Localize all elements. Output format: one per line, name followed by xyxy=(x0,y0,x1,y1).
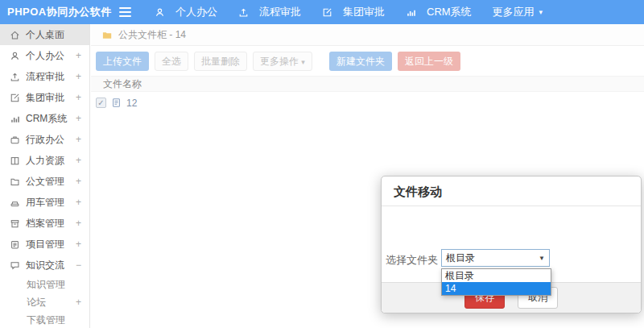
expand-plus-icon[interactable]: + xyxy=(76,134,81,145)
archive-icon xyxy=(10,218,21,229)
sidebar-subitem-label: 知识管理 xyxy=(27,278,65,292)
sidebar-item-desktop[interactable]: 个人桌面 xyxy=(0,24,89,45)
expand-plus-icon[interactable]: + xyxy=(76,218,81,229)
car-icon xyxy=(10,197,21,208)
more-actions-button[interactable]: 更多操作 ▾ xyxy=(253,52,312,71)
sidebar-item-label: 知识交流 xyxy=(26,259,64,272)
file-name[interactable]: 12 xyxy=(126,98,137,109)
option-root-directory[interactable]: 根目录 xyxy=(442,269,551,282)
select-folder-label: 选择文件夹 xyxy=(382,253,438,268)
nav-label: 集团审批 xyxy=(343,5,385,19)
go-up-level-button[interactable]: 返回上一级 xyxy=(398,52,460,71)
sidebar-subitem-knowledge-mgmt[interactable]: 知识管理 xyxy=(0,276,89,293)
edit-icon xyxy=(322,6,333,18)
sidebar-item-hr[interactable]: 人力资源 + xyxy=(0,150,89,171)
edit-icon xyxy=(10,92,21,103)
sidebar-item-documents[interactable]: 公文管理 + xyxy=(0,171,89,192)
expand-plus-icon[interactable]: + xyxy=(76,197,81,208)
folder-icon xyxy=(101,30,113,40)
sidebar-item-label: 项目管理 xyxy=(26,238,64,251)
expand-plus-icon[interactable]: + xyxy=(76,239,81,250)
sidebar-subitem-label: 下载管理 xyxy=(27,313,65,327)
upload-icon xyxy=(10,71,21,82)
expand-plus-icon[interactable]: + xyxy=(76,50,81,61)
file-icon xyxy=(111,98,122,108)
breadcrumb: 公共文件柜 - 14 xyxy=(91,24,644,46)
topbar: PHPOA协同办公软件 个人办公 流程审批 集团审批 CRM系统 xyxy=(0,0,644,24)
upload-icon xyxy=(238,6,250,18)
sidebar-item-archives[interactable]: 档案管理 + xyxy=(0,213,89,234)
sidebar-item-label: CRM系统 xyxy=(26,112,67,126)
nav-personal-office[interactable]: 个人办公 xyxy=(144,0,228,24)
app-logo: PHPOA协同办公软件 xyxy=(0,5,113,19)
sidebar-item-label: 公文管理 xyxy=(26,175,64,189)
expand-plus-icon[interactable]: + xyxy=(76,297,81,308)
top-nav: 个人办公 流程审批 集团审批 CRM系统 更多应用 ▾ xyxy=(144,0,553,24)
new-folder-button[interactable]: 新建文件夹 xyxy=(329,52,392,71)
sidebar-item-workflow-approval[interactable]: 流程审批 + xyxy=(0,66,89,87)
breadcrumb-text: 公共文件柜 - 14 xyxy=(118,28,186,42)
upload-file-button[interactable]: 上传文件 xyxy=(96,52,149,71)
collapse-minus-icon[interactable]: − xyxy=(76,259,81,271)
sidebar-item-label: 个人桌面 xyxy=(26,28,64,42)
select-all-button[interactable]: 全选 xyxy=(155,52,188,71)
sidebar-item-crm[interactable]: CRM系统 + xyxy=(0,108,89,129)
bar-chart-icon xyxy=(406,6,417,18)
option-14[interactable]: 14 xyxy=(442,282,551,295)
sidebar-subitem-downloads[interactable]: 下载管理 xyxy=(0,311,89,328)
sidebar-item-vehicle[interactable]: 用车管理 + xyxy=(0,192,89,213)
bar-chart-icon xyxy=(10,113,21,124)
sidebar-item-knowledge[interactable]: 知识交流 − xyxy=(0,255,89,276)
sidebar-item-personal-office[interactable]: 个人办公 + xyxy=(0,45,89,66)
folder-select-dropdown: 根目录 14 xyxy=(441,268,551,296)
nav-label: 更多应用 xyxy=(493,5,535,19)
dialog-body: 选择文件夹 根目录 ▼ 根目录 14 xyxy=(382,206,641,283)
chat-icon xyxy=(10,259,21,271)
expand-plus-icon[interactable]: + xyxy=(76,71,81,82)
selected-value: 根目录 xyxy=(446,251,475,265)
sidebar-item-label: 流程审批 xyxy=(26,70,64,84)
expand-plus-icon[interactable]: + xyxy=(76,113,81,124)
user-icon xyxy=(10,50,21,61)
batch-delete-button[interactable]: 批量删除 xyxy=(194,52,247,71)
nav-workflow-approval[interactable]: 流程审批 xyxy=(228,0,312,24)
sidebar-item-admin-office[interactable]: 行政办公 + xyxy=(0,129,89,150)
table-row[interactable]: ✓ 12 xyxy=(91,92,644,114)
dialog-title: 文件移动 xyxy=(382,176,641,206)
nav-more-apps[interactable]: 更多应用 ▾ xyxy=(482,0,554,24)
home-icon xyxy=(10,29,21,40)
sidebar-item-projects[interactable]: 项目管理 + xyxy=(0,234,89,255)
nav-crm-system[interactable]: CRM系统 xyxy=(395,0,482,24)
caret-down-icon: ▾ xyxy=(301,58,305,66)
sidebar-item-group-approval[interactable]: 集团审批 + xyxy=(0,87,89,108)
sidebar-item-label: 用车管理 xyxy=(26,196,64,210)
sidebar-item-label: 档案管理 xyxy=(26,217,64,230)
book-icon xyxy=(10,155,21,166)
expand-plus-icon[interactable]: + xyxy=(76,155,81,166)
more-actions-label: 更多操作 xyxy=(260,56,299,67)
sidebar-item-label: 行政办公 xyxy=(26,133,64,147)
sidebar: 个人桌面 个人办公 + 流程审批 + 集团审批 + CRM系统 + 行政办公 + xyxy=(0,24,90,328)
folder-select[interactable]: 根目录 ▼ xyxy=(441,249,550,267)
sidebar-item-label: 个人办公 xyxy=(26,49,64,63)
clipboard-icon xyxy=(10,239,21,250)
toolbar: 上传文件 全选 批量删除 更多操作 ▾ 新建文件夹 返回上一级 xyxy=(91,46,644,76)
caret-down-icon: ▾ xyxy=(539,9,543,16)
sidebar-subitem-forum[interactable]: 论坛 + xyxy=(0,293,89,311)
expand-plus-icon[interactable]: + xyxy=(76,176,81,187)
nav-label: 个人办公 xyxy=(175,5,217,19)
hamburger-menu-icon[interactable] xyxy=(119,7,131,17)
expand-plus-icon[interactable]: + xyxy=(76,92,81,103)
caret-down-icon: ▼ xyxy=(539,255,545,262)
folder-icon xyxy=(10,176,21,187)
file-move-dialog: 文件移动 选择文件夹 根目录 ▼ 根目录 14 保存 取消 xyxy=(381,176,642,313)
nav-label: CRM系统 xyxy=(427,5,472,19)
sidebar-item-label: 集团审批 xyxy=(26,91,64,105)
user-icon xyxy=(155,6,166,18)
table-header-filename: 文件名称 xyxy=(91,76,644,92)
briefcase-icon xyxy=(10,134,21,145)
nav-label: 流程审批 xyxy=(259,5,301,19)
nav-group-approval[interactable]: 集团审批 xyxy=(312,0,395,24)
row-checkbox[interactable]: ✓ xyxy=(96,98,106,108)
sidebar-item-label: 人力资源 xyxy=(26,154,64,168)
